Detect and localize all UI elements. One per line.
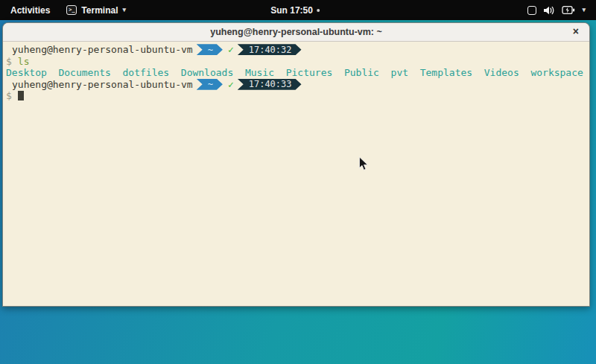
close-icon[interactable]: × (573, 26, 579, 36)
chevron-down-icon: ▾ (582, 7, 586, 13)
prompt-line-1: yuheng@henry-personal-ubuntu-vm ~ ✓ 17:4… (6, 44, 586, 56)
app-menu-button[interactable]: >_ Terminal ▾ (66, 5, 126, 16)
window-title: yuheng@henry-personal-ubuntu-vm: ~ (210, 27, 382, 37)
mouse-cursor (358, 156, 369, 171)
system-status-area[interactable]: ▾ (523, 0, 590, 20)
directory-listing: Desktop Documents dotfiles Downloads Mus… (6, 67, 586, 79)
notification-dot-icon (317, 9, 320, 12)
status-check-icon: ✓ (228, 44, 234, 55)
activities-button[interactable]: Activities (7, 4, 53, 17)
top-bar-left: Activities >_ Terminal ▾ (0, 4, 126, 17)
chevron-down-icon: ▾ (122, 7, 126, 13)
terminal-icon: >_ (66, 5, 77, 15)
terminal-window: yuheng@henry-personal-ubuntu-vm: ~ × yuh… (2, 22, 590, 307)
prompt-symbol: $ (6, 56, 12, 67)
powerline-time-segment: 17:40:32 (238, 44, 302, 55)
window-titlebar[interactable]: yuheng@henry-personal-ubuntu-vm: ~ × (3, 23, 589, 42)
command-line: $ ls (6, 56, 586, 68)
app-menu-label: Terminal (81, 5, 118, 16)
powerline-time-segment: 17:40:33 (238, 79, 302, 90)
text-cursor (18, 91, 24, 100)
clock-label: Sun 17:50 (270, 5, 313, 16)
terminal-content[interactable]: yuheng@henry-personal-ubuntu-vm ~ ✓ 17:4… (3, 42, 589, 306)
powerline-path-segment: ~ (197, 44, 223, 55)
prompt-symbol: $ (6, 90, 12, 101)
clock-button[interactable]: Sun 17:50 (270, 0, 320, 20)
input-line: $ (6, 90, 586, 102)
prompt-user-host: yuheng@henry-personal-ubuntu-vm (6, 79, 193, 90)
powerline-path-segment: ~ (197, 79, 223, 90)
top-bar: Activities >_ Terminal ▾ Sun 17:50 ▾ (0, 0, 596, 20)
screen: Activities >_ Terminal ▾ Sun 17:50 ▾ (0, 0, 596, 364)
prompt-line-2: yuheng@henry-personal-ubuntu-vm ~ ✓ 17:4… (6, 79, 586, 91)
command-text: ls (18, 56, 30, 67)
battery-charging-icon (562, 5, 575, 15)
volume-icon (543, 5, 555, 16)
prompt-user-host: yuheng@henry-personal-ubuntu-vm (6, 44, 193, 55)
status-check-icon: ✓ (228, 79, 234, 90)
screen-icon (527, 6, 536, 15)
